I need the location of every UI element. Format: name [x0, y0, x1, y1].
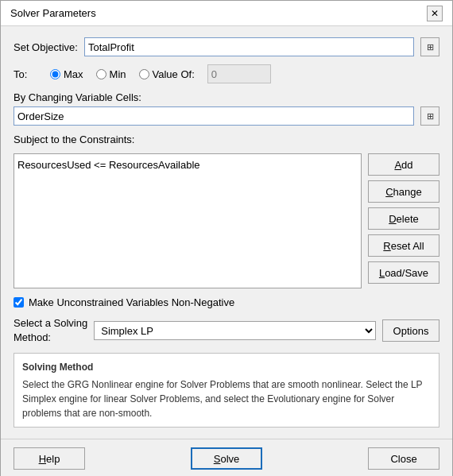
radio-valueof-input[interactable]: [139, 69, 149, 79]
constraints-area: ResourcesUsed <= ResourcesAvailable Add …: [14, 153, 439, 288]
dialog-title: Solver Parameters: [10, 7, 96, 19]
radio-min-label: Min: [110, 68, 126, 80]
add-button[interactable]: Add: [368, 153, 439, 176]
radio-min-input[interactable]: [96, 69, 106, 79]
footer: Help Solve Close: [1, 439, 452, 476]
unconstrained-label: Make Unconstrained Variables Non-Negativ…: [29, 296, 234, 308]
radio-max-label: Max: [64, 68, 83, 80]
title-bar: Solver Parameters ✕: [1, 1, 452, 26]
dialog-body: Set Objective: ⊞ To: Max Min Value Of:: [1, 26, 452, 439]
solving-select[interactable]: Simplex LP GRG Nonlinear Evolutionary: [94, 321, 376, 340]
radio-valueof[interactable]: Value Of:: [139, 68, 195, 80]
changing-vars-label-row: By Changing Variable Cells:: [14, 91, 439, 103]
load-save-button[interactable]: Load/Save: [368, 261, 439, 284]
constraints-label-row: Subject to the Constraints:: [14, 134, 439, 145]
unconstrained-checkbox[interactable]: [14, 297, 24, 308]
objective-input[interactable]: [84, 37, 414, 56]
unconstrained-row: Make Unconstrained Variables Non-Negativ…: [14, 296, 439, 308]
objective-row: Set Objective: ⊞: [14, 37, 439, 56]
radio-min[interactable]: Min: [96, 68, 126, 80]
changing-vars-input[interactable]: [14, 106, 414, 126]
change-button[interactable]: Change: [368, 180, 439, 203]
solve-button[interactable]: Solve: [191, 447, 262, 470]
radio-valueof-label: Value Of:: [153, 68, 195, 80]
to-row: To: Max Min Value Of:: [14, 64, 439, 83]
options-button[interactable]: Options: [382, 319, 439, 342]
to-label: To:: [14, 68, 37, 80]
reset-all-button[interactable]: Reset All: [368, 234, 439, 257]
solving-method-row: Select a SolvingMethod: Simplex LP GRG N…: [14, 316, 439, 345]
changing-vars-row: ⊞: [14, 106, 439, 126]
delete-button[interactable]: Delete: [368, 207, 439, 230]
radio-max[interactable]: Max: [50, 68, 83, 80]
solving-method-box: Solving Method Select the GRG Nonlinear …: [14, 353, 439, 428]
radio-max-input[interactable]: [50, 69, 60, 79]
constraint-item: ResourcesUsed <= ResourcesAvailable: [17, 157, 358, 172]
to-radio-group: Max Min Value Of:: [50, 64, 271, 83]
solving-label: Select a SolvingMethod:: [14, 316, 87, 345]
value-of-input[interactable]: [207, 64, 271, 83]
objective-ref-button[interactable]: ⊞: [420, 37, 439, 56]
solving-method-title: Solving Method: [22, 360, 431, 374]
constraints-list[interactable]: ResourcesUsed <= ResourcesAvailable: [14, 153, 362, 288]
constraints-buttons: Add Change Delete Reset All Load/Save: [368, 153, 439, 288]
constraints-label: Subject to the Constraints:: [14, 134, 134, 145]
solver-parameters-dialog: Solver Parameters ✕ Set Objective: ⊞ To:…: [0, 0, 453, 476]
help-button[interactable]: Help: [14, 447, 85, 470]
close-icon[interactable]: ✕: [427, 6, 443, 21]
objective-label: Set Objective:: [14, 41, 78, 53]
close-button[interactable]: Close: [368, 447, 439, 470]
solving-method-description: Select the GRG Nonlinear engine for Solv…: [22, 377, 431, 420]
changing-vars-ref-button[interactable]: ⊞: [420, 106, 439, 126]
changing-vars-label: By Changing Variable Cells:: [14, 91, 141, 103]
